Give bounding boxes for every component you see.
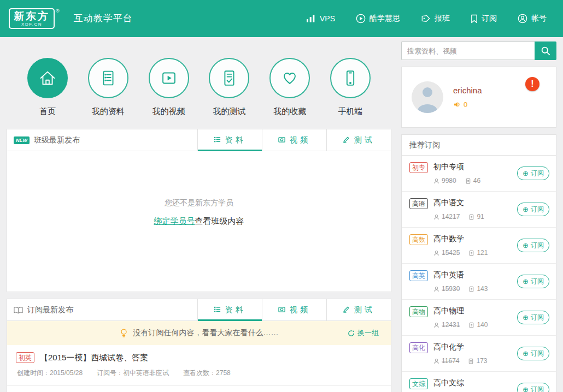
- xdf-logo[interactable]: 新东方 XDF.CN ®: [9, 8, 60, 29]
- subscribe-button[interactable]: ⊕ 订阅: [517, 275, 549, 288]
- nav-label: 我的视频: [141, 106, 197, 117]
- subject-badge: 高物: [409, 306, 428, 317]
- view-count: 查看次数：2758: [183, 369, 231, 378]
- subject-badge: 高数: [409, 234, 428, 245]
- header-nav-account[interactable]: 帐号: [518, 14, 547, 23]
- recommend-item-stats: 15930 143: [433, 285, 517, 293]
- subscription-channel: 订阅号：初中英语非应试: [97, 369, 169, 378]
- tab-label: 视频: [290, 135, 310, 145]
- recommend-item: 高化 高中化学 11674 173 ⊕: [402, 336, 556, 372]
- change-group-button[interactable]: 换一组: [348, 321, 379, 345]
- nav-my-favorites[interactable]: 我的收藏: [262, 58, 318, 117]
- plus-circle-icon: ⊕: [523, 278, 529, 285]
- nav-my-materials[interactable]: 我的资料: [80, 58, 136, 117]
- doc-count: 140: [468, 321, 488, 329]
- recommend-item-name: 高中物理: [433, 306, 517, 316]
- tab-label: 视频: [290, 305, 310, 315]
- subscribe-button[interactable]: ⊕ 订阅: [517, 203, 549, 216]
- lightbulb-icon: [120, 328, 128, 338]
- class-latest-panel: NEW 班级最新发布 资料 视频: [7, 129, 391, 292]
- tab-label: 测试: [354, 305, 375, 315]
- class-panel-tabs: 资料 视频 测试: [197, 129, 391, 151]
- recommend-item-info: 高中化学 11674 173: [433, 342, 517, 365]
- recommend-panel-title: 推荐订阅: [402, 135, 556, 156]
- avatar[interactable]: [412, 81, 443, 113]
- user-count: 9980: [433, 177, 456, 185]
- subscription-panel-header: 订阅最新发布 资料 视频: [7, 299, 391, 321]
- tab-materials[interactable]: 资料: [197, 299, 262, 320]
- recommend-item-name: 高中英语: [433, 270, 517, 280]
- alert-badge[interactable]: !: [525, 77, 539, 91]
- tab-label: 资料: [225, 305, 246, 315]
- document-icon: [468, 286, 474, 292]
- sound-row[interactable]: 0: [453, 100, 482, 109]
- account-icon: [518, 14, 527, 23]
- header-nav-label: VPS: [320, 14, 335, 23]
- document-list-icon: [88, 58, 128, 98]
- tab-videos[interactable]: 视频: [262, 129, 326, 151]
- header-nav-baoban[interactable]: 报班: [421, 14, 450, 23]
- bookmark-icon: [471, 14, 478, 23]
- feed-item-title-row: 初英 【2015一模】西城试卷、答案: [16, 352, 382, 363]
- subscribe-button[interactable]: ⊕ 订阅: [517, 311, 549, 324]
- search-icon: [541, 46, 550, 56]
- nav-my-videos[interactable]: 我的视频: [141, 58, 197, 117]
- recommend-item-stats: 14217 91: [433, 213, 517, 221]
- header-nav-label: 报班: [435, 14, 450, 23]
- person-icon: [433, 322, 439, 328]
- subscribe-button[interactable]: ⊕ 订阅: [517, 167, 549, 180]
- logo-main-text: 新东方: [14, 11, 50, 22]
- header-nav-vps[interactable]: VPS: [307, 14, 335, 23]
- tab-tests[interactable]: 测试: [326, 129, 391, 151]
- person-icon: [433, 250, 439, 256]
- nav-label: 手机端: [322, 106, 378, 117]
- nav-mobile[interactable]: 手机端: [322, 58, 378, 117]
- new-badge: NEW: [14, 136, 30, 144]
- subscription-panel-title: 订阅最新发布: [27, 305, 73, 315]
- subscribe-button-label: 订阅: [531, 169, 544, 178]
- nav-label: 我的收藏: [262, 106, 318, 117]
- subscribe-button[interactable]: ⊕ 订阅: [517, 383, 549, 392]
- search-button[interactable]: [535, 41, 556, 60]
- class-panel-title-row: NEW 班级最新发布: [7, 129, 197, 151]
- class-panel-header: NEW 班级最新发布 资料 视频: [7, 129, 391, 151]
- subject-badge: 高英: [409, 270, 428, 281]
- user-card: erichina 0 !: [401, 67, 556, 128]
- nav-my-tests[interactable]: 我的测试: [201, 58, 257, 117]
- subscribe-button[interactable]: ⊕ 订阅: [517, 347, 549, 360]
- search-input[interactable]: [401, 41, 535, 60]
- tab-materials[interactable]: 资料: [197, 129, 262, 151]
- camera-icon: [278, 306, 285, 314]
- header-nav-koolearn[interactable]: 酷学慧思: [356, 14, 400, 23]
- play-circle-icon: [356, 14, 366, 23]
- feed-item-meta: 创建时间：2015/05/28 订阅号：初中英语非应试 查看次数：2758: [16, 369, 382, 378]
- recommend-item-name: 高中化学: [433, 342, 517, 352]
- logo-box: 新东方 XDF.CN: [9, 8, 55, 29]
- nav-home[interactable]: 首页: [20, 58, 75, 117]
- header-nav-label: 酷学慧思: [370, 14, 400, 23]
- panel-gap: [7, 292, 391, 299]
- plus-circle-icon: ⊕: [523, 350, 529, 357]
- notice-text: 没有订阅任何内容，看看大家在看什么……: [133, 328, 279, 338]
- plus-circle-icon: ⊕: [523, 170, 529, 177]
- subscribe-button[interactable]: ⊕ 订阅: [517, 239, 549, 252]
- bind-student-link[interactable]: 绑定学员号: [154, 216, 195, 225]
- doc-count: 46: [465, 177, 480, 185]
- tab-tests[interactable]: 测试: [326, 299, 391, 320]
- recommend-item-info: 高中数学 15425 121: [433, 234, 517, 257]
- registered-mark: ®: [56, 8, 60, 14]
- subscribe-button-label: 订阅: [531, 241, 544, 250]
- avatar-head: [423, 87, 432, 97]
- nav-label: 我的资料: [80, 106, 136, 117]
- recommend-item-name: 初中专项: [433, 162, 517, 172]
- feed-item-title[interactable]: 【2015一模】西城试卷、答案: [40, 353, 148, 363]
- doc-count: 121: [468, 249, 488, 257]
- header-nav-subscribe[interactable]: 订阅: [471, 14, 497, 23]
- avatar-torso: [418, 104, 437, 113]
- tab-label: 资料: [225, 135, 246, 145]
- recommend-item: 高数 高中数学 15425 121 ⊕: [402, 228, 556, 264]
- recommend-item: 文综 高中文综 ⊕ 订阅: [402, 372, 556, 392]
- plus-circle-icon: ⊕: [523, 206, 529, 213]
- tab-videos[interactable]: 视频: [262, 299, 326, 320]
- person-icon: [433, 286, 439, 292]
